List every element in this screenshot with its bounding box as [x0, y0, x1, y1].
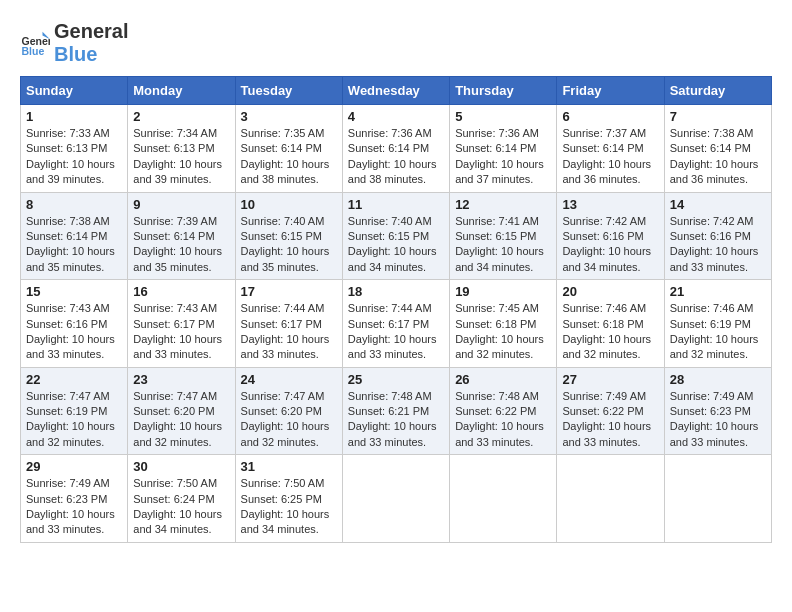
calendar-cell [342, 455, 449, 543]
calendar-cell: 29 Sunrise: 7:49 AM Sunset: 6:23 PM Dayl… [21, 455, 128, 543]
weekday-header-tuesday: Tuesday [235, 77, 342, 105]
calendar-cell: 26 Sunrise: 7:48 AM Sunset: 6:22 PM Dayl… [450, 367, 557, 455]
logo-icon: General Blue [20, 28, 50, 58]
calendar-cell: 23 Sunrise: 7:47 AM Sunset: 6:20 PM Dayl… [128, 367, 235, 455]
day-info: Sunrise: 7:46 AM Sunset: 6:19 PM Dayligh… [670, 301, 766, 363]
day-number: 31 [241, 459, 337, 474]
page-header: General Blue General Blue [20, 20, 772, 66]
day-info: Sunrise: 7:43 AM Sunset: 6:16 PM Dayligh… [26, 301, 122, 363]
calendar-cell: 15 Sunrise: 7:43 AM Sunset: 6:16 PM Dayl… [21, 280, 128, 368]
day-number: 16 [133, 284, 229, 299]
day-number: 13 [562, 197, 658, 212]
day-info: Sunrise: 7:34 AM Sunset: 6:13 PM Dayligh… [133, 126, 229, 188]
calendar-cell: 10 Sunrise: 7:40 AM Sunset: 6:15 PM Dayl… [235, 192, 342, 280]
calendar-cell: 16 Sunrise: 7:43 AM Sunset: 6:17 PM Dayl… [128, 280, 235, 368]
weekday-header-saturday: Saturday [664, 77, 771, 105]
day-info: Sunrise: 7:49 AM Sunset: 6:22 PM Dayligh… [562, 389, 658, 451]
calendar-cell: 30 Sunrise: 7:50 AM Sunset: 6:24 PM Dayl… [128, 455, 235, 543]
day-number: 28 [670, 372, 766, 387]
day-info: Sunrise: 7:47 AM Sunset: 6:20 PM Dayligh… [241, 389, 337, 451]
day-number: 22 [26, 372, 122, 387]
day-number: 2 [133, 109, 229, 124]
calendar-cell: 28 Sunrise: 7:49 AM Sunset: 6:23 PM Dayl… [664, 367, 771, 455]
day-number: 8 [26, 197, 122, 212]
logo: General Blue General Blue [20, 20, 128, 66]
svg-text:Blue: Blue [22, 45, 45, 57]
calendar-cell: 12 Sunrise: 7:41 AM Sunset: 6:15 PM Dayl… [450, 192, 557, 280]
calendar-cell: 4 Sunrise: 7:36 AM Sunset: 6:14 PM Dayli… [342, 105, 449, 193]
calendar-cell: 14 Sunrise: 7:42 AM Sunset: 6:16 PM Dayl… [664, 192, 771, 280]
day-info: Sunrise: 7:43 AM Sunset: 6:17 PM Dayligh… [133, 301, 229, 363]
day-number: 21 [670, 284, 766, 299]
day-number: 27 [562, 372, 658, 387]
day-number: 1 [26, 109, 122, 124]
weekday-header-thursday: Thursday [450, 77, 557, 105]
weekday-header-friday: Friday [557, 77, 664, 105]
day-info: Sunrise: 7:48 AM Sunset: 6:21 PM Dayligh… [348, 389, 444, 451]
day-info: Sunrise: 7:47 AM Sunset: 6:20 PM Dayligh… [133, 389, 229, 451]
day-number: 6 [562, 109, 658, 124]
day-number: 29 [26, 459, 122, 474]
day-info: Sunrise: 7:33 AM Sunset: 6:13 PM Dayligh… [26, 126, 122, 188]
day-number: 4 [348, 109, 444, 124]
calendar-cell: 19 Sunrise: 7:45 AM Sunset: 6:18 PM Dayl… [450, 280, 557, 368]
calendar-cell: 6 Sunrise: 7:37 AM Sunset: 6:14 PM Dayli… [557, 105, 664, 193]
day-info: Sunrise: 7:47 AM Sunset: 6:19 PM Dayligh… [26, 389, 122, 451]
day-number: 14 [670, 197, 766, 212]
calendar-cell: 8 Sunrise: 7:38 AM Sunset: 6:14 PM Dayli… [21, 192, 128, 280]
day-number: 17 [241, 284, 337, 299]
calendar-cell [450, 455, 557, 543]
weekday-header-monday: Monday [128, 77, 235, 105]
calendar-cell: 5 Sunrise: 7:36 AM Sunset: 6:14 PM Dayli… [450, 105, 557, 193]
weekday-header-wednesday: Wednesday [342, 77, 449, 105]
day-info: Sunrise: 7:40 AM Sunset: 6:15 PM Dayligh… [348, 214, 444, 276]
calendar-cell [664, 455, 771, 543]
calendar-cell: 3 Sunrise: 7:35 AM Sunset: 6:14 PM Dayli… [235, 105, 342, 193]
day-number: 23 [133, 372, 229, 387]
calendar-table: SundayMondayTuesdayWednesdayThursdayFrid… [20, 76, 772, 543]
calendar-cell: 21 Sunrise: 7:46 AM Sunset: 6:19 PM Dayl… [664, 280, 771, 368]
day-number: 30 [133, 459, 229, 474]
day-number: 10 [241, 197, 337, 212]
day-info: Sunrise: 7:41 AM Sunset: 6:15 PM Dayligh… [455, 214, 551, 276]
calendar-cell [557, 455, 664, 543]
day-number: 5 [455, 109, 551, 124]
day-info: Sunrise: 7:36 AM Sunset: 6:14 PM Dayligh… [455, 126, 551, 188]
day-info: Sunrise: 7:44 AM Sunset: 6:17 PM Dayligh… [348, 301, 444, 363]
day-info: Sunrise: 7:49 AM Sunset: 6:23 PM Dayligh… [670, 389, 766, 451]
day-info: Sunrise: 7:49 AM Sunset: 6:23 PM Dayligh… [26, 476, 122, 538]
calendar-cell: 18 Sunrise: 7:44 AM Sunset: 6:17 PM Dayl… [342, 280, 449, 368]
day-number: 24 [241, 372, 337, 387]
day-info: Sunrise: 7:48 AM Sunset: 6:22 PM Dayligh… [455, 389, 551, 451]
calendar-cell: 13 Sunrise: 7:42 AM Sunset: 6:16 PM Dayl… [557, 192, 664, 280]
calendar-cell: 25 Sunrise: 7:48 AM Sunset: 6:21 PM Dayl… [342, 367, 449, 455]
day-number: 26 [455, 372, 551, 387]
calendar-cell: 11 Sunrise: 7:40 AM Sunset: 6:15 PM Dayl… [342, 192, 449, 280]
day-info: Sunrise: 7:39 AM Sunset: 6:14 PM Dayligh… [133, 214, 229, 276]
day-number: 7 [670, 109, 766, 124]
day-info: Sunrise: 7:35 AM Sunset: 6:14 PM Dayligh… [241, 126, 337, 188]
calendar-cell: 20 Sunrise: 7:46 AM Sunset: 6:18 PM Dayl… [557, 280, 664, 368]
calendar-cell: 9 Sunrise: 7:39 AM Sunset: 6:14 PM Dayli… [128, 192, 235, 280]
day-info: Sunrise: 7:44 AM Sunset: 6:17 PM Dayligh… [241, 301, 337, 363]
calendar-cell: 2 Sunrise: 7:34 AM Sunset: 6:13 PM Dayli… [128, 105, 235, 193]
calendar-cell: 1 Sunrise: 7:33 AM Sunset: 6:13 PM Dayli… [21, 105, 128, 193]
day-info: Sunrise: 7:42 AM Sunset: 6:16 PM Dayligh… [562, 214, 658, 276]
day-info: Sunrise: 7:36 AM Sunset: 6:14 PM Dayligh… [348, 126, 444, 188]
calendar-cell: 7 Sunrise: 7:38 AM Sunset: 6:14 PM Dayli… [664, 105, 771, 193]
day-number: 11 [348, 197, 444, 212]
day-number: 18 [348, 284, 444, 299]
logo-general-text: General [54, 20, 128, 42]
day-info: Sunrise: 7:50 AM Sunset: 6:25 PM Dayligh… [241, 476, 337, 538]
day-number: 20 [562, 284, 658, 299]
day-info: Sunrise: 7:40 AM Sunset: 6:15 PM Dayligh… [241, 214, 337, 276]
day-info: Sunrise: 7:42 AM Sunset: 6:16 PM Dayligh… [670, 214, 766, 276]
day-info: Sunrise: 7:50 AM Sunset: 6:24 PM Dayligh… [133, 476, 229, 538]
weekday-header-sunday: Sunday [21, 77, 128, 105]
calendar-cell: 31 Sunrise: 7:50 AM Sunset: 6:25 PM Dayl… [235, 455, 342, 543]
calendar-cell: 24 Sunrise: 7:47 AM Sunset: 6:20 PM Dayl… [235, 367, 342, 455]
calendar-cell: 27 Sunrise: 7:49 AM Sunset: 6:22 PM Dayl… [557, 367, 664, 455]
day-number: 25 [348, 372, 444, 387]
day-info: Sunrise: 7:46 AM Sunset: 6:18 PM Dayligh… [562, 301, 658, 363]
day-number: 19 [455, 284, 551, 299]
